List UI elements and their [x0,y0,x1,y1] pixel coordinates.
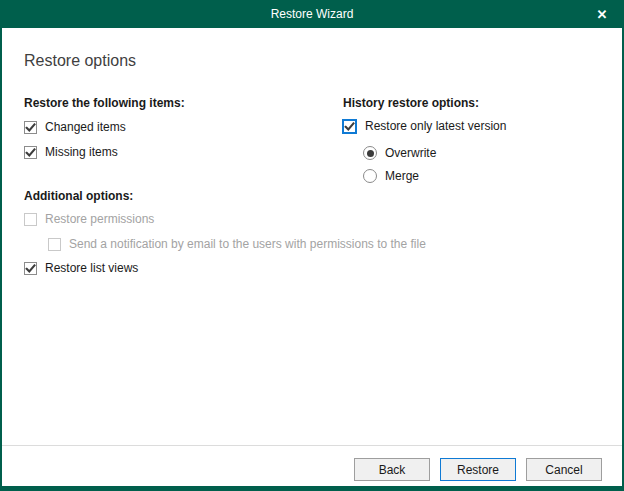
radio-dot [367,173,374,180]
window-title: Restore Wizard [271,7,354,21]
checkbox-box-focused [342,119,357,134]
radio-overwrite[interactable]: Overwrite [363,145,436,161]
checkbox-label: Changed items [45,120,126,134]
radio-circle [363,169,377,183]
close-icon: ✕ [597,8,608,21]
checkbox-send-notification-email: Send a notification by email to the user… [48,236,426,252]
checkbox-label: Restore permissions [45,212,154,226]
checkbox-box [24,262,37,275]
section-label-additional-options: Additional options: [24,189,133,203]
cancel-button[interactable]: Cancel [526,458,602,481]
restore-wizard-dialog: Restore Wizard ✕ Restore options Restore… [0,0,624,491]
radio-dot [367,150,374,157]
checkbox-label: Send a notification by email to the user… [69,237,426,251]
window-border-left [0,28,2,491]
checkbox-restore-permissions: Restore permissions [24,211,154,227]
radio-circle [363,146,377,160]
checkbox-box [24,121,37,134]
checkbox-restore-list-views[interactable]: Restore list views [24,260,138,276]
section-label-following-items: Restore the following items: [24,96,185,110]
checkbox-changed-items[interactable]: Changed items [24,119,126,135]
section-label-history-options: History restore options: [343,96,479,110]
restore-button[interactable]: Restore [440,458,516,481]
checkmark-icon [344,121,355,132]
close-button[interactable]: ✕ [580,0,624,28]
checkbox-label: Missing items [45,145,118,159]
checkbox-box-disabled [48,238,61,251]
checkbox-label: Restore only latest version [365,119,506,133]
radio-label: Overwrite [385,146,436,160]
checkbox-missing-items[interactable]: Missing items [24,144,118,160]
window-border-bottom [0,486,624,491]
checkbox-restore-only-latest-version[interactable]: Restore only latest version [342,118,506,134]
page-title: Restore options [24,52,136,70]
footer-separator [2,445,622,446]
radio-label: Merge [385,169,419,183]
checkbox-box-disabled [24,213,37,226]
radio-merge[interactable]: Merge [363,168,419,184]
checkmark-icon [25,147,36,158]
footer-buttons: Back Restore Cancel [354,458,602,481]
checkbox-label: Restore list views [45,261,138,275]
back-button[interactable]: Back [354,458,430,481]
checkbox-box [24,146,37,159]
checkmark-icon [25,122,36,133]
title-bar: Restore Wizard [0,0,624,28]
checkmark-icon [25,263,36,274]
